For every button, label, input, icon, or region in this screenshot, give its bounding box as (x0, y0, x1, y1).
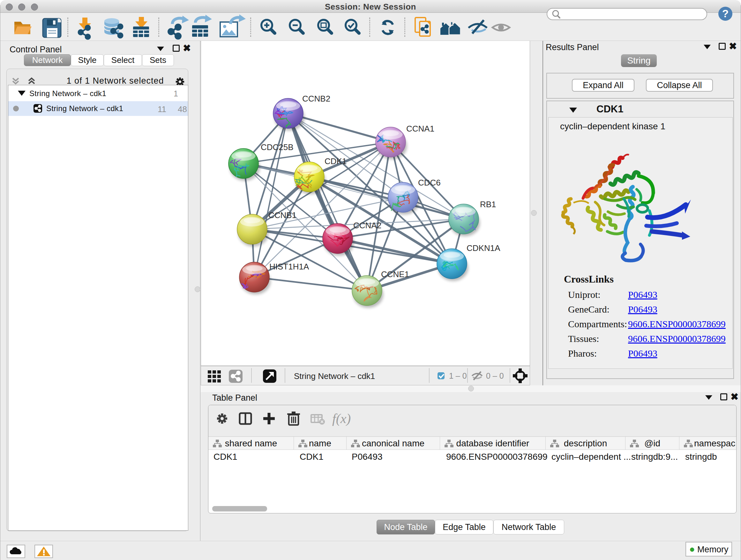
svg-text:CCNA1: CCNA1 (406, 124, 434, 133)
svg-text:CCNB1: CCNB1 (268, 210, 296, 220)
svg-text:HIST1H1A: HIST1H1A (269, 262, 309, 271)
svg-text:CDK1: CDK1 (325, 157, 347, 166)
svg-text:f(x): f(x) (332, 411, 351, 426)
svg-text:CCNA2: CCNA2 (353, 221, 381, 230)
svg-text:CDC6: CDC6 (418, 178, 441, 187)
svg-text:RB1: RB1 (480, 199, 496, 209)
svg-text:CCNB2: CCNB2 (302, 94, 330, 104)
svg-text:CDC25B: CDC25B (261, 142, 293, 152)
svg-text:CDKN1A: CDKN1A (467, 243, 500, 253)
svg-text:CCNE1: CCNE1 (381, 269, 409, 279)
